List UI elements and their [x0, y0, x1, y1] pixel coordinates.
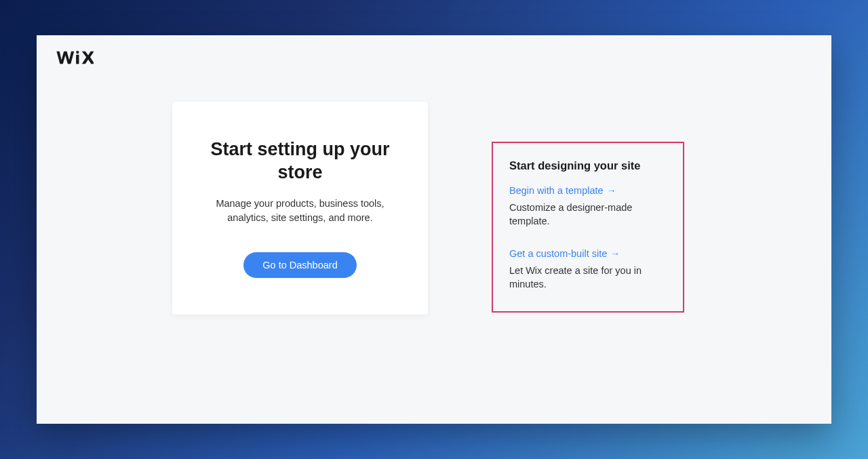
- setup-store-card: Start setting up your store Manage your …: [172, 102, 428, 315]
- setup-store-description: Manage your products, business tools, an…: [205, 197, 395, 225]
- setup-store-title: Start setting up your store: [205, 138, 395, 184]
- go-to-dashboard-button[interactable]: Go to Dashboard: [243, 252, 356, 278]
- arrow-right-icon: →: [607, 185, 616, 196]
- wix-logo: [56, 50, 812, 68]
- begin-template-description: Customize a designer-made template.: [509, 201, 667, 228]
- design-site-title: Start designing your site: [509, 159, 667, 172]
- content-area: Start setting up your store Manage your …: [56, 102, 812, 315]
- custom-site-description: Let Wix create a site for you in minutes…: [509, 264, 667, 292]
- custom-site-link-text: Get a custom-built site: [509, 248, 607, 259]
- begin-template-link-text: Begin with a template: [509, 185, 604, 196]
- custom-site-link[interactable]: Get a custom-built site →: [509, 248, 620, 259]
- svg-point-1: [76, 51, 79, 54]
- begin-template-link[interactable]: Begin with a template →: [509, 185, 616, 196]
- design-site-panel: Start designing your site Begin with a t…: [492, 142, 684, 313]
- page-container: Start setting up your store Manage your …: [37, 35, 831, 424]
- option-custom-site: Get a custom-built site → Let Wix create…: [509, 247, 667, 292]
- svg-rect-0: [76, 55, 79, 64]
- option-begin-template: Begin with a template → Customize a desi…: [509, 184, 667, 228]
- arrow-right-icon: →: [610, 248, 620, 259]
